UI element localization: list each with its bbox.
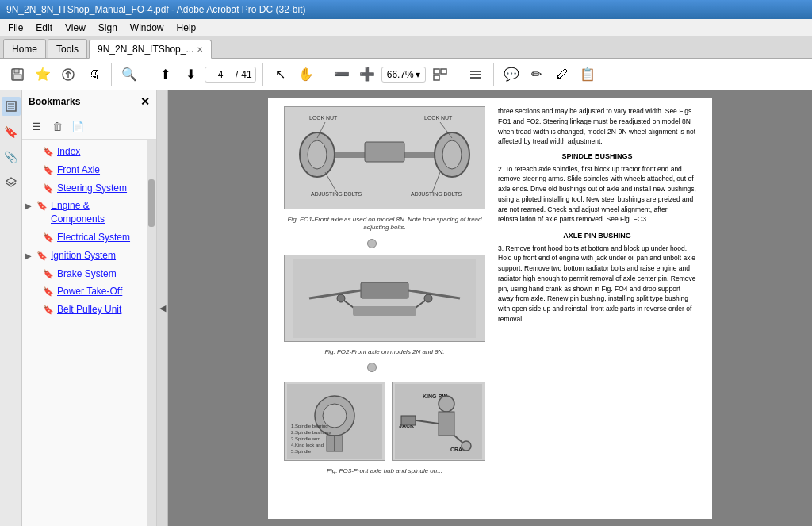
svg-rect-6 [434, 75, 439, 80]
tab-tools[interactable]: Tools [48, 39, 87, 58]
zoom-out-button[interactable]: ➖ [331, 63, 353, 86]
pen-button[interactable]: ✏ [526, 63, 548, 86]
intro-text: three sections and may be adjusted to va… [498, 106, 696, 147]
bookmark-label: Index [57, 145, 80, 159]
menu-file[interactable]: File [3, 21, 28, 35]
toolbar-search-group: 🔍 [118, 63, 147, 86]
bookmark-label: Front Axle [57, 163, 100, 177]
attachment-icon[interactable]: 📎 [2, 148, 21, 167]
expand-arrow-icon[interactable]: ▶ [25, 251, 33, 262]
menu-window[interactable]: Window [125, 21, 169, 35]
svg-rect-57 [401, 416, 416, 425]
collapse-icon: ◀ [159, 303, 166, 313]
sidebar-scrollbar[interactable] [147, 140, 156, 526]
zoom-in-button[interactable]: ➕ [356, 63, 378, 86]
add-bookmark-icon[interactable]: 📄 [68, 117, 87, 136]
axle-pin-heading: AXLE PIN BUSHING [498, 231, 696, 242]
next-page-button[interactable]: ⬇ [179, 63, 201, 86]
bookmark-electrical[interactable]: 🔖 Electrical System [22, 228, 147, 247]
pdf-page: LOCK NUT LOCK NUT ADJUSTING BOLTS ADJUST… [268, 98, 712, 519]
bookmark-flag-icon: 🔖 [43, 146, 54, 158]
scrollbar-thumb [148, 179, 155, 227]
bookmark-label: Electrical System [57, 231, 130, 244]
zoom-out-search[interactable]: 🔍 [118, 63, 140, 86]
svg-rect-5 [441, 69, 446, 74]
bookmarks-panel: Bookmarks ✕ ☰ 🗑 📄 🔖 Index 🔖 Front Axl [22, 90, 157, 526]
bookmark-brake[interactable]: 🔖 Brake System [22, 265, 147, 283]
zoom-level: 66.7% [387, 69, 414, 80]
bookmark-flag-icon: 🔖 [36, 250, 48, 262]
bookmark-list: 🔖 Index 🔖 Front Axle 🔖 Steering System [22, 140, 147, 526]
tab-close-icon[interactable]: ✕ [197, 45, 203, 54]
svg-point-35 [424, 294, 432, 302]
menu-sign[interactable]: Sign [94, 21, 122, 35]
svg-line-31 [408, 290, 460, 298]
svg-line-27 [325, 172, 337, 193]
bookmark-flag-icon: 🔖 [43, 304, 54, 316]
tab-home[interactable]: Home [3, 39, 46, 58]
list-view-icon[interactable]: ☰ [27, 117, 46, 136]
close-bookmarks-icon[interactable]: ✕ [140, 95, 150, 108]
toolbar-comment-group: 💬 ✏ 🖊 📋 [500, 63, 605, 86]
svg-rect-29 [361, 282, 408, 298]
expand-arrow-icon[interactable]: ▶ [25, 201, 33, 212]
bookmark-front-axle[interactable]: 🔖 Front Axle [22, 161, 147, 179]
toolbar-cursor-group: ↖ ✋ [270, 63, 324, 86]
menu-view[interactable]: View [60, 21, 90, 35]
menu-edit[interactable]: Edit [31, 21, 57, 35]
svg-line-30 [309, 290, 361, 298]
bookmarks-title: Bookmarks [29, 96, 80, 107]
svg-rect-20 [365, 142, 404, 162]
fit-page-button[interactable] [429, 63, 451, 86]
svg-rect-9 [470, 77, 481, 79]
page-number-input[interactable] [209, 69, 232, 80]
title-text: 9N_2N_8N_ITShop_Manual_FO-4.pdf - Adobe … [6, 4, 306, 15]
toolbar-file-group: ⭐ 🖨 [6, 63, 112, 86]
print-button[interactable]: 🖨 [82, 63, 105, 86]
svg-line-28 [432, 172, 440, 193]
spindle-bushings-heading: SPINDLE BUSHINGS [498, 152, 696, 163]
svg-rect-8 [470, 74, 481, 75]
tab-document[interactable]: 9N_2N_8N_ITShop_... ✕ [89, 40, 212, 59]
bookmark-index[interactable]: 🔖 Index [22, 143, 147, 161]
fig-fo3-left-image: 1. Spindle bearing 2. Spindle bushings 3… [284, 382, 385, 461]
svg-rect-55 [439, 412, 454, 436]
upload-button[interactable] [57, 63, 79, 86]
hand-tool[interactable]: ✋ [295, 63, 317, 86]
bookmark-button[interactable]: ⭐ [32, 63, 54, 86]
svg-point-34 [337, 294, 345, 302]
save-button[interactable] [6, 63, 29, 86]
toolbar: ⭐ 🖨 🔍 ⬆ ⬇ / 41 ↖ ✋ ➖ ➕ 66.7% ▾ [0, 59, 812, 90]
bookmark-label: Power Take-Off [57, 285, 122, 298]
menu-help[interactable]: Help [172, 21, 201, 35]
prev-page-button[interactable]: ⬆ [154, 63, 176, 86]
bookmark-label: Engine & Components [51, 199, 140, 226]
toolbar-zoom-group: ➖ ➕ 66.7% ▾ [331, 63, 458, 86]
fig-fo1-caption: Fig. FO1-Front axle as used on model 8N.… [284, 216, 485, 232]
bookmarks-toolbar: ☰ 🗑 📄 [22, 113, 156, 140]
main-area: 🔖 📎 Bookmarks ✕ ☰ 🗑 📄 🔖 Index [0, 90, 812, 526]
page-thumbnail-icon[interactable] [2, 97, 21, 116]
bookmark-flag-icon: 🔖 [43, 232, 54, 244]
comment-button[interactable]: 💬 [500, 63, 523, 86]
bookmark-engine[interactable]: ▶ 🔖 Engine & Components [22, 197, 147, 228]
view-mode-button[interactable] [465, 63, 487, 86]
highlight-button[interactable]: 🖊 [551, 63, 573, 86]
bookmark-ignition[interactable]: ▶ 🔖 Ignition System [22, 247, 147, 265]
more-tools-button[interactable]: 📋 [576, 63, 599, 86]
bookmark-steering[interactable]: 🔖 Steering System [22, 179, 147, 198]
bookmark-power-take-off[interactable]: 🔖 Power Take-Off [22, 282, 147, 301]
svg-rect-2 [13, 75, 21, 79]
menu-bar: File Edit View Sign Window Help [0, 19, 812, 36]
fig-fo2-caption: Fig. FO2-Front axle on models 2N and 9N. [284, 348, 485, 356]
zoom-dropdown[interactable]: 66.7% ▾ [381, 67, 426, 83]
layers-icon[interactable] [2, 173, 21, 192]
bookmark-flag-icon: 🔖 [43, 286, 54, 298]
delete-bookmark-icon[interactable]: 🗑 [48, 117, 67, 136]
select-tool[interactable]: ↖ [270, 63, 292, 86]
sidebar-collapse-button[interactable]: ◀ [157, 90, 168, 526]
pdf-left-column: LOCK NUT LOCK NUT ADJUSTING BOLTS ADJUST… [284, 106, 485, 511]
bookmark-panel-icon[interactable]: 🔖 [2, 122, 21, 141]
svg-text:Spindle bushings: Spindle bushings [295, 430, 331, 435]
bookmark-belt-pulley[interactable]: 🔖 Belt Pulley Unit [22, 301, 147, 319]
